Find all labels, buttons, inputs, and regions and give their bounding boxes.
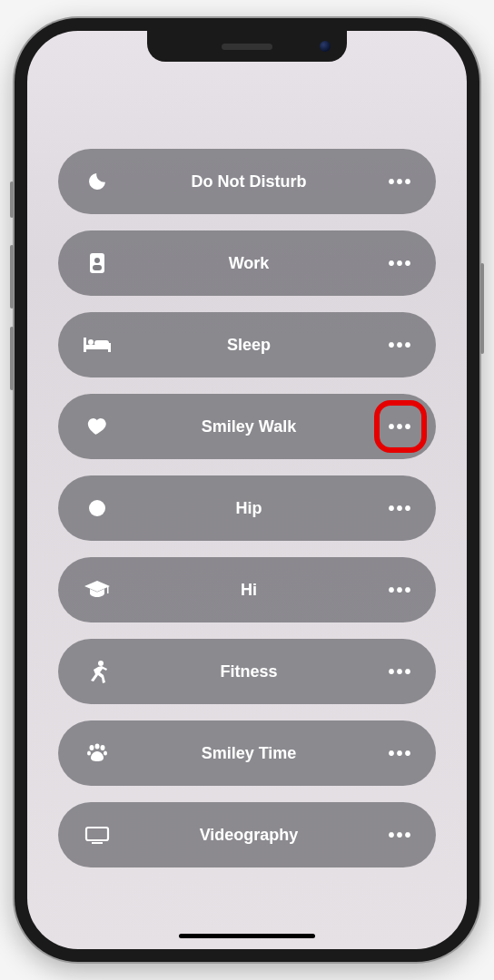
- focus-row-fitness[interactable]: Fitness •••: [58, 639, 436, 704]
- home-indicator[interactable]: [179, 934, 315, 938]
- svg-rect-2: [93, 265, 102, 270]
- moon-icon: [82, 171, 113, 192]
- volume-up-button: [10, 245, 14, 309]
- more-button[interactable]: •••: [385, 738, 416, 769]
- svg-rect-16: [86, 828, 108, 840]
- focus-label: Work: [113, 254, 385, 273]
- focus-row-videography[interactable]: Videography •••: [58, 802, 436, 867]
- front-camera: [320, 41, 331, 52]
- running-icon: [82, 660, 113, 683]
- bed-icon: [82, 336, 113, 354]
- focus-label: Fitness: [113, 662, 385, 681]
- focus-row-work[interactable]: Work •••: [58, 230, 436, 296]
- focus-row-hip[interactable]: Hip •••: [58, 475, 436, 541]
- screen: Do Not Disturb ••• Work ••• Sleep •••: [27, 31, 467, 949]
- volume-down-button: [10, 327, 14, 390]
- focus-label: Smiley Time: [113, 744, 385, 763]
- svg-point-8: [89, 500, 105, 516]
- more-button[interactable]: •••: [385, 493, 416, 524]
- svg-point-13: [101, 745, 105, 750]
- phone-frame: Do Not Disturb ••• Work ••• Sleep •••: [15, 18, 479, 962]
- focus-label: Sleep: [113, 336, 385, 355]
- speaker: [222, 44, 272, 50]
- badge-icon: [82, 251, 113, 275]
- focus-row-do-not-disturb[interactable]: Do Not Disturb •••: [58, 149, 436, 214]
- svg-point-12: [95, 744, 100, 750]
- more-button[interactable]: •••: [385, 166, 416, 197]
- focus-mode-list: Do Not Disturb ••• Work ••• Sleep •••: [27, 31, 467, 949]
- more-button[interactable]: •••: [385, 574, 416, 605]
- focus-row-hi[interactable]: Hi •••: [58, 557, 436, 622]
- notch: [147, 31, 347, 62]
- more-button[interactable]: •••: [385, 656, 416, 687]
- paw-icon: [82, 743, 113, 763]
- svg-point-11: [90, 745, 94, 750]
- focus-row-sleep[interactable]: Sleep •••: [58, 312, 436, 377]
- mute-switch: [10, 181, 14, 218]
- svg-point-14: [87, 751, 91, 756]
- svg-rect-9: [107, 586, 109, 593]
- focus-label: Hip: [113, 499, 385, 518]
- more-button[interactable]: •••: [385, 329, 416, 360]
- svg-rect-7: [94, 340, 109, 346]
- power-button: [480, 263, 484, 354]
- heart-icon: [82, 416, 113, 436]
- display-icon: [82, 826, 113, 844]
- focus-label: Smiley Walk: [113, 417, 385, 436]
- svg-point-15: [104, 751, 107, 756]
- focus-label: Do Not Disturb: [113, 172, 385, 191]
- focus-label: Videography: [113, 826, 385, 845]
- focus-row-smiley-time[interactable]: Smiley Time •••: [58, 720, 436, 786]
- circle-icon: [82, 499, 113, 517]
- more-button[interactable]: •••: [385, 248, 416, 279]
- svg-point-1: [94, 258, 100, 263]
- graduation-icon: [82, 581, 113, 599]
- svg-point-6: [88, 339, 94, 345]
- more-button[interactable]: •••: [385, 411, 416, 442]
- focus-row-smiley-walk[interactable]: Smiley Walk •••: [58, 394, 436, 459]
- more-button[interactable]: •••: [385, 819, 416, 850]
- focus-label: Hi: [113, 581, 385, 600]
- svg-point-10: [98, 661, 104, 666]
